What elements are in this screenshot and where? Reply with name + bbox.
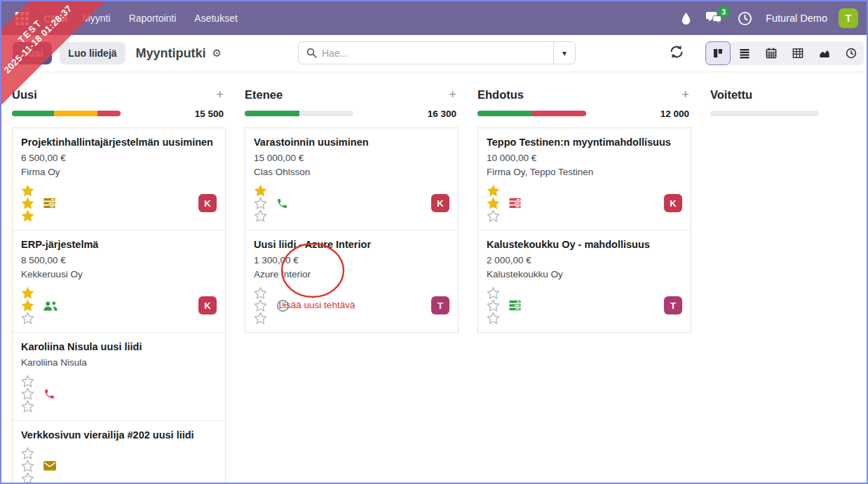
star-filled-icon[interactable] xyxy=(487,197,500,209)
search-input[interactable] xyxy=(322,48,553,59)
activity-button[interactable] xyxy=(276,299,290,312)
star-empty-icon[interactable] xyxy=(254,197,267,209)
star-empty-icon[interactable] xyxy=(487,286,500,299)
card-company: Kekkeruusi Oy xyxy=(21,268,217,282)
debug-droplet-button[interactable] xyxy=(677,10,696,27)
kanban-card[interactable]: Uusi liidi - Azure Interior 1 300,00 € A… xyxy=(245,230,458,332)
star-empty-icon[interactable] xyxy=(254,299,267,312)
activity-button[interactable] xyxy=(43,388,55,400)
star-empty-icon[interactable] xyxy=(21,400,34,413)
gear-icon[interactable]: ⚙ xyxy=(212,47,222,60)
apps-menu-button[interactable] xyxy=(10,6,34,30)
menu-item-raportointi[interactable]: Raportointi xyxy=(120,8,186,29)
add-record-button[interactable]: + xyxy=(681,88,689,101)
view-button-graph[interactable] xyxy=(812,41,837,65)
kanban-card[interactable]: Projektinhallintajärjestelmän uusiminen … xyxy=(13,128,225,230)
star-filled-icon[interactable] xyxy=(21,299,34,312)
progress-segment-green[interactable] xyxy=(245,111,299,116)
star-empty-icon[interactable] xyxy=(21,375,34,387)
search-options-toggle[interactable]: ▾ xyxy=(553,42,575,64)
activity-button[interactable] xyxy=(276,198,288,209)
add-record-button[interactable]: + xyxy=(449,88,456,101)
star-filled-icon[interactable] xyxy=(21,286,34,299)
kanban-card[interactable]: ERP-järjestelmä 8 500,00 € Kekkeruusi Oy… xyxy=(13,230,225,333)
assignee-avatar[interactable]: K xyxy=(431,194,449,212)
calendar-view-icon xyxy=(766,48,777,59)
star-empty-icon xyxy=(254,312,267,324)
attendance-clock-button[interactable] xyxy=(733,8,757,29)
view-button-list[interactable] xyxy=(732,41,757,65)
stage-progressbar[interactable] xyxy=(477,111,586,116)
star-filled-icon[interactable] xyxy=(487,184,500,197)
star-empty-icon[interactable] xyxy=(487,209,500,222)
view-button-pivot[interactable] xyxy=(785,41,811,65)
new-record-button[interactable]: Uusi xyxy=(13,42,52,64)
assignee-avatar[interactable]: K xyxy=(664,194,682,212)
star-empty-icon[interactable] xyxy=(21,459,34,472)
kanban-column: Ehdotus + 12 000 Teppo Testinen:n myynti… xyxy=(477,87,691,484)
star-filled-icon[interactable] xyxy=(21,209,34,222)
star-filled-icon[interactable] xyxy=(254,184,267,197)
view-button-activity[interactable] xyxy=(839,41,864,65)
progress-segment-red[interactable] xyxy=(532,111,587,116)
star-filled-icon[interactable] xyxy=(21,197,34,209)
progress-segment-red[interactable] xyxy=(97,111,121,116)
refresh-icon xyxy=(669,44,684,60)
star-empty-icon xyxy=(254,286,267,299)
generate-leads-button[interactable]: Luo liidejä xyxy=(60,42,125,64)
activity-button[interactable] xyxy=(509,300,521,311)
kanban-column: Etenee + 16 300 Varastoinnin uusiminen 1… xyxy=(245,87,459,484)
priority-stars xyxy=(254,184,267,222)
card-amount: 1 300,00 € xyxy=(254,254,449,268)
activity-button[interactable] xyxy=(43,300,57,311)
stage-progressbar[interactable] xyxy=(710,111,819,116)
progress-segment-green[interactable] xyxy=(477,111,532,116)
assignee-avatar[interactable]: K xyxy=(198,296,217,314)
assignee-avatar[interactable]: K xyxy=(198,194,217,212)
view-switcher xyxy=(705,41,864,65)
messages-button[interactable]: 3 xyxy=(701,9,727,27)
card-company: Clas Ohlsson xyxy=(254,165,449,179)
stage-progressbar[interactable] xyxy=(12,111,121,116)
progress-segment-green[interactable] xyxy=(12,111,54,116)
star-empty-icon[interactable] xyxy=(487,299,500,312)
kanban-card[interactable]: Varastoinnin uusiminen 15 000,00 € Clas … xyxy=(245,128,458,230)
view-button-kanban[interactable] xyxy=(705,41,731,65)
stage-progressbar[interactable] xyxy=(245,111,353,116)
view-button-calendar[interactable] xyxy=(759,41,784,65)
card-title: ERP-järjestelmä xyxy=(21,237,217,251)
kanban-card[interactable]: Karoliina Nisula uusi liidi Karoliina Ni… xyxy=(13,333,225,421)
activity-button[interactable] xyxy=(509,198,521,209)
star-empty-icon[interactable] xyxy=(21,472,34,484)
activity-button[interactable] xyxy=(43,461,56,471)
star-filled-icon xyxy=(487,197,500,209)
card-title: Kalustekoukku Oy - mahdollisuus xyxy=(487,237,682,251)
star-filled-icon[interactable] xyxy=(21,184,34,197)
app-name[interactable]: CRM xyxy=(43,13,67,25)
kanban-card[interactable]: Teppo Testinen:n myyntimahdollisuus 10 0… xyxy=(478,128,691,230)
activity-button[interactable] xyxy=(43,198,55,209)
kanban-card[interactable]: Kalustekoukku Oy - mahdollisuus 2 000,00… xyxy=(478,230,691,332)
star-empty-icon[interactable] xyxy=(21,387,34,400)
menu-item-myynti[interactable]: Myynti xyxy=(73,8,119,29)
add-record-button[interactable]: + xyxy=(216,88,224,101)
star-empty-icon[interactable] xyxy=(254,286,267,299)
star-empty-icon[interactable] xyxy=(21,312,34,324)
assignee-avatar[interactable]: T xyxy=(664,296,682,314)
graph-view-icon xyxy=(819,48,830,59)
menu-item-asetukset[interactable]: Asetukset xyxy=(185,8,246,29)
assignee-avatar[interactable]: T xyxy=(431,296,449,314)
star-empty-icon[interactable] xyxy=(254,209,267,222)
refresh-button[interactable] xyxy=(669,44,684,60)
star-empty-icon[interactable] xyxy=(21,447,34,459)
search-bar: ▾ xyxy=(298,41,576,64)
star-empty-icon[interactable] xyxy=(254,312,267,324)
priority-stars xyxy=(21,447,34,484)
user-avatar[interactable]: T xyxy=(839,8,858,28)
kanban-card[interactable]: Verkkosivun vierailija #202 uusi liidi xyxy=(13,421,225,484)
progress-segment-orange[interactable] xyxy=(54,111,97,116)
star-empty-icon xyxy=(21,472,34,484)
apps-grid-icon xyxy=(15,12,29,25)
company-switcher[interactable]: Futural Demo xyxy=(766,13,827,24)
star-empty-icon[interactable] xyxy=(487,312,500,324)
